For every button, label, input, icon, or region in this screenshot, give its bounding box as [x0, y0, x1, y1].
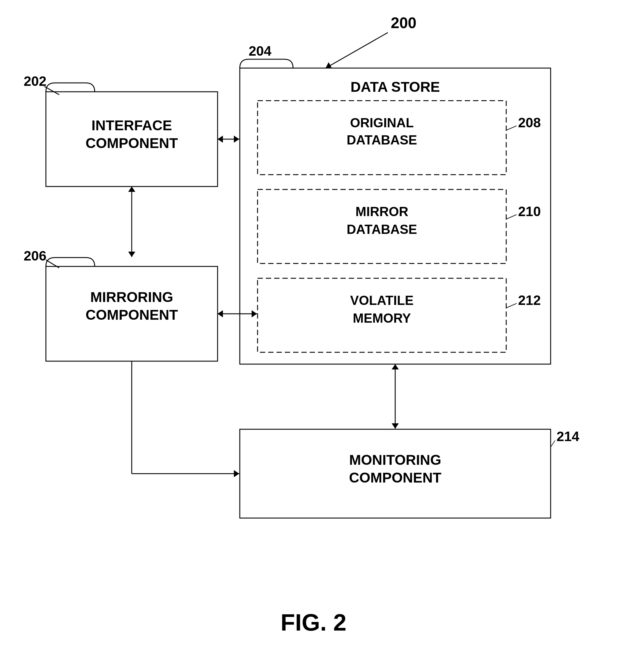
original-db-label2: DATABASE	[347, 133, 417, 147]
ref-212: 212	[518, 292, 541, 308]
ref-210: 210	[518, 204, 541, 219]
svg-marker-16	[218, 310, 223, 317]
svg-marker-10	[218, 136, 223, 143]
ref-208: 208	[518, 115, 541, 130]
ref-202: 202	[24, 73, 47, 89]
ref-204: 204	[249, 43, 271, 58]
svg-marker-22	[234, 470, 239, 477]
mirror-db-label1: MIRROR	[356, 204, 408, 219]
svg-line-7	[551, 440, 555, 447]
volatile-memory-label1: VOLATILE	[350, 293, 414, 308]
svg-marker-13	[128, 187, 135, 192]
ref-214: 214	[557, 429, 579, 444]
data-store-label: DATA STORE	[351, 79, 440, 95]
mirror-db-label2: DATABASE	[347, 222, 417, 237]
monitoring-component-label2: COMPONENT	[349, 470, 441, 485]
svg-line-0	[325, 32, 388, 68]
svg-marker-12	[128, 251, 135, 257]
svg-marker-19	[392, 364, 399, 369]
ref-206: 206	[24, 248, 47, 263]
mirroring-component-label2: COMPONENT	[86, 307, 178, 323]
figure-caption: FIG. 2	[281, 609, 346, 635]
svg-marker-9	[234, 136, 239, 143]
svg-marker-18	[392, 423, 399, 429]
interface-component-label2: COMPONENT	[86, 135, 178, 151]
mirroring-component-label1: MIRRORING	[90, 289, 173, 305]
diagram-container: 200 INTERFACE COMPONENT 202 DATA STORE 2…	[0, 0, 627, 672]
original-db-label1: ORIGINAL	[350, 116, 414, 130]
ref-200: 200	[391, 14, 416, 31]
monitoring-component-label1: MONITORING	[349, 452, 441, 468]
volatile-memory-label2: MEMORY	[353, 311, 411, 325]
interface-component-label: INTERFACE	[92, 118, 172, 133]
